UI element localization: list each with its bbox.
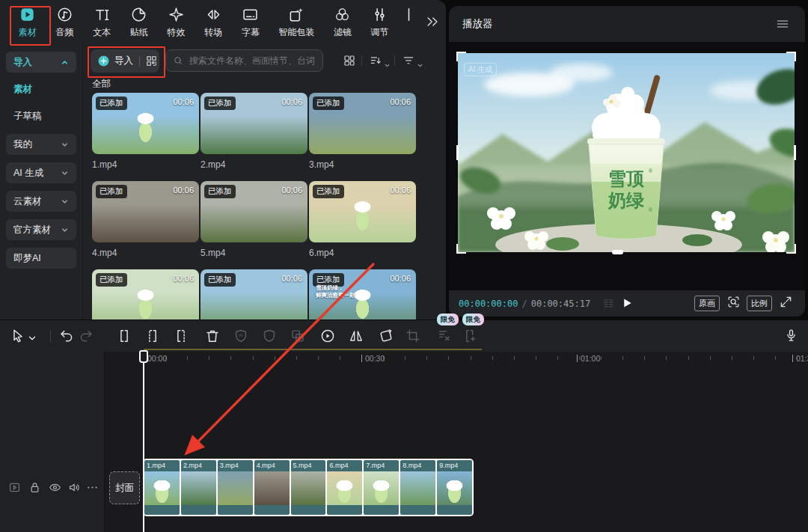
tab-10[interactable]: 调节 (361, 0, 399, 39)
media-card-4[interactable]: 已添加00:064.mp4 (92, 181, 199, 258)
rotate-handle[interactable] (612, 250, 623, 254)
timeline-clip-6[interactable]: 6.mp4 (327, 460, 362, 515)
redo-icon[interactable] (78, 328, 94, 344)
media-filename: 4.mp4 (92, 248, 199, 258)
media-card-3[interactable]: 已添加00:063.mp4 (309, 93, 416, 170)
tab-7[interactable]: 字幕 (232, 0, 269, 39)
media-card-7[interactable]: 已添加00:067.mp4 (92, 269, 199, 319)
selection-handle[interactable] (456, 145, 459, 160)
media-thumbnail[interactable]: 已添加00:06 (92, 93, 199, 154)
sidebar-item-7[interactable]: 官方素材 (6, 219, 76, 240)
timeline-clip-1[interactable]: 1.mp4 (144, 460, 180, 515)
tab-5[interactable]: 特效 (158, 0, 195, 39)
media-thumbnail[interactable]: 已添加00:06 (92, 269, 199, 319)
search-input[interactable] (188, 55, 318, 67)
sidebar-item-4[interactable]: 我的 (6, 134, 76, 155)
track-type-icon[interactable] (7, 480, 22, 495)
media-thumbnail[interactable]: 已添加00:06 (309, 181, 416, 242)
chevron-down-icon[interactable] (27, 331, 37, 341)
speed-icon[interactable] (319, 328, 336, 344)
tab-overflow[interactable] (398, 0, 419, 23)
menu-icon[interactable] (775, 16, 790, 31)
split-delete-left-icon[interactable] (144, 328, 161, 344)
tab-8[interactable]: 智能包装 (269, 0, 325, 39)
layout-grid-icon[interactable] (343, 54, 356, 67)
volume-icon[interactable] (67, 480, 82, 495)
crop-icon[interactable] (405, 328, 421, 344)
import-button-group[interactable]: 导入 (91, 49, 159, 73)
timeline-ruler[interactable]: 00:0000:3001:0001:3 (0, 352, 808, 368)
sidebar-item-1[interactable]: 导入 (6, 52, 76, 73)
zoom-fit-icon[interactable] (726, 295, 741, 309)
split-delete-right-icon[interactable] (173, 328, 189, 344)
tab-4[interactable]: 贴纸 (120, 0, 158, 39)
freeze-frame-icon[interactable] (462, 328, 478, 344)
sidebar-item-2[interactable]: 素材 (0, 79, 82, 100)
filter-icon[interactable] (402, 54, 415, 67)
video-preview[interactable]: 雪顶 ® 奶绿 ® AI 生成 (458, 53, 795, 252)
media-card-1[interactable]: 已添加00:061.mp4 (92, 93, 199, 170)
selection-handle[interactable] (456, 244, 466, 254)
tab-1[interactable]: 素材 (9, 0, 46, 39)
timeline-clip-8[interactable]: 8.mp4 (400, 460, 435, 515)
selection-handle[interactable] (456, 52, 466, 61)
tab-9[interactable]: 滤镜 (324, 0, 361, 39)
timeline-clip-9[interactable]: 9.mp4 (437, 460, 472, 515)
media-thumbnail[interactable]: 已添加00:06 (309, 93, 416, 154)
timeline-clip-3[interactable]: 3.mp4 (218, 460, 253, 515)
media-card-6[interactable]: 已添加00:066.mp4 (309, 181, 416, 258)
media-thumbnail[interactable]: 已添加00:06 (92, 181, 199, 242)
tab-2[interactable]: 音频 (46, 0, 84, 39)
tab-label: 音频 (55, 26, 73, 39)
playhead-handle[interactable] (139, 350, 148, 363)
sort-icon[interactable] (369, 54, 382, 67)
mirror-icon[interactable] (348, 328, 364, 344)
media-thumbnail[interactable]: 已添加00:06 (201, 269, 307, 319)
media-thumbnail[interactable]: 已添加00:06 (201, 93, 307, 154)
microphone-icon[interactable] (783, 328, 799, 343)
media-card-9[interactable]: 已添加00:06雪顶奶绿，鲜爽治愈每一刻9.mp4 (309, 269, 416, 319)
media-card-2[interactable]: 已添加00:062.mp4 (201, 93, 307, 170)
clip-list-icon[interactable] (602, 296, 616, 311)
timeline-clip-7[interactable]: 7.mp4 (364, 460, 399, 515)
media-thumbnail[interactable]: 已添加00:06 (201, 181, 307, 242)
ratio-button[interactable]: 比例 (747, 296, 772, 311)
selection-handle[interactable] (786, 52, 796, 61)
original-quality-button[interactable]: 原画 (694, 296, 720, 311)
sidebar-item-8[interactable]: 即梦AI (6, 248, 76, 269)
tab-3[interactable]: 文本 (83, 0, 120, 39)
media-card-5[interactable]: 已添加00:065.mp4 (201, 181, 307, 258)
tab-6[interactable]: 转场 (195, 0, 232, 39)
split-icon[interactable] (116, 328, 132, 344)
sidebar-item-5[interactable]: AI 生成 (6, 162, 76, 183)
expand-tabs-button[interactable] (419, 0, 446, 43)
sidebar-item-3[interactable]: 子草稿 (0, 106, 82, 126)
import-button-label[interactable]: 导入 (114, 55, 133, 67)
media-thumbnail[interactable]: 已添加00:06雪顶奶绿，鲜爽治愈每一刻 (309, 269, 416, 319)
lock-icon[interactable] (28, 480, 42, 495)
overlay-icon[interactable] (290, 328, 306, 344)
timeline-clip-2[interactable]: 2.mp4 (181, 460, 216, 515)
qr-scan-icon[interactable] (145, 55, 158, 67)
timeline-clip-4[interactable]: 4.mp4 (254, 460, 290, 515)
matting-icon[interactable] (261, 328, 278, 344)
fullscreen-icon[interactable] (779, 295, 793, 309)
cover-button[interactable]: 封面 (109, 471, 140, 504)
ai-matting-icon[interactable]: AI (233, 328, 249, 344)
timeline-clip-group[interactable]: 1.mp42.mp43.mp44.mp45.mp46.mp47.mp48.mp4… (143, 459, 474, 516)
delete-icon[interactable] (204, 328, 221, 344)
selection-handle[interactable] (786, 244, 796, 254)
search-input-wrap[interactable] (165, 49, 323, 72)
playhead-line[interactable] (143, 350, 144, 532)
smart-trim-icon[interactable] (436, 328, 453, 344)
media-card-8[interactable]: 已添加00:068.mp4 (201, 269, 307, 319)
rotate-icon[interactable] (378, 328, 394, 344)
select-cursor-icon[interactable] (10, 328, 26, 344)
eye-icon[interactable] (48, 480, 62, 495)
undo-icon[interactable] (58, 328, 75, 344)
sidebar-item-6[interactable]: 云素材 (6, 191, 76, 212)
more-icon[interactable] (85, 480, 100, 495)
timeline-clip-5[interactable]: 5.mp4 (291, 460, 326, 515)
selection-handle[interactable] (794, 145, 796, 160)
play-icon[interactable] (620, 296, 634, 310)
